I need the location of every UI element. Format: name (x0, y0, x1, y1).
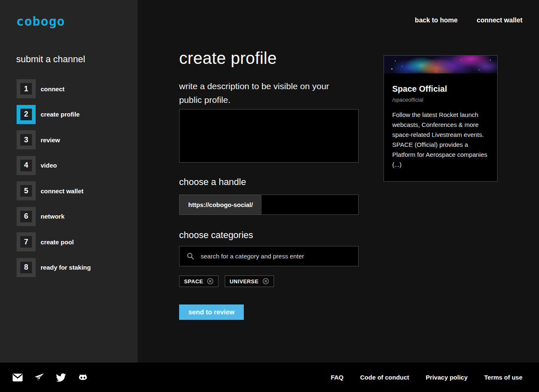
handle-url-prefix: https://cobogo-social/ (180, 195, 262, 214)
github-icon[interactable] (78, 373, 88, 382)
step-review[interactable]: 3 review (17, 130, 91, 149)
profile-description-textarea[interactable] (179, 109, 359, 163)
search-icon (186, 252, 195, 261)
send-to-review-button[interactable]: send to review (179, 304, 244, 320)
step-badge: 3 (17, 130, 36, 149)
category-chip-space: SPACE (179, 275, 219, 287)
step-ready-for-staking[interactable]: 8 ready for staking (17, 258, 91, 277)
steps-list: 1 connect 2 create profile 3 review 4 vi… (17, 79, 91, 283)
connect-wallet-link[interactable]: connect wallet (477, 17, 522, 24)
app-window: cobogo submit a channel 1 connect 2 crea… (0, 0, 539, 392)
terms-of-use-link[interactable]: Terms of use (484, 374, 522, 381)
step-label: video (41, 162, 57, 169)
cobogo-logo[interactable]: cobogo (16, 14, 65, 29)
step-number: 8 (20, 262, 32, 273)
step-create-profile[interactable]: 2 create profile (17, 105, 91, 124)
step-label: create profile (41, 111, 80, 118)
step-label: connect wallet (41, 187, 83, 195)
step-number: 3 (20, 134, 32, 146)
twitter-icon[interactable] (56, 373, 66, 382)
step-create-pool[interactable]: 7 create pool (17, 232, 91, 251)
step-badge-active: 2 (17, 105, 36, 124)
step-number: 1 (20, 83, 32, 95)
categories-heading: choose categories (179, 230, 359, 241)
channel-preview-card: Space Official /spaceofficial Follow the… (384, 55, 498, 182)
handle-input-group: https://cobogo-social/ (179, 195, 359, 215)
handle-input[interactable] (262, 195, 358, 214)
telegram-icon[interactable] (34, 373, 44, 382)
chip-label: UNIVERSE (230, 278, 259, 285)
chip-label: SPACE (184, 278, 203, 285)
remove-category-icon[interactable] (207, 278, 214, 285)
step-number: 7 (20, 236, 32, 248)
step-number: 2 (20, 109, 32, 120)
step-number: 5 (20, 185, 32, 197)
step-label: ready for staking (41, 264, 91, 271)
step-number: 4 (20, 160, 32, 171)
handle-heading: choose a handle (179, 177, 359, 187)
step-label: review (41, 136, 60, 144)
sidebar: cobogo submit a channel 1 connect 2 crea… (0, 0, 138, 363)
channel-card-body: Space Official /spaceofficial Follow the… (384, 73, 497, 181)
channel-banner-image (384, 56, 497, 73)
step-video[interactable]: 4 video (17, 156, 91, 175)
create-profile-form: create profile write a description to be… (179, 0, 359, 320)
top-nav: back to home connect wallet (415, 17, 522, 24)
page-title: create profile (179, 49, 359, 68)
step-badge: 1 (17, 79, 36, 98)
remove-category-icon[interactable] (262, 278, 269, 285)
category-chip-universe: UNIVERSE (225, 275, 274, 287)
back-to-home-link[interactable]: back to home (415, 17, 458, 24)
step-label: connect (41, 85, 65, 93)
step-badge: 5 (17, 181, 36, 200)
privacy-policy-link[interactable]: Privacy policy (426, 374, 468, 381)
footer: FAQ Code of conduct Privacy policy Terms… (0, 363, 539, 392)
description-instruction: write a description to be visible on you… (179, 79, 345, 107)
step-badge: 8 (17, 258, 36, 277)
step-number: 6 (20, 211, 32, 222)
channel-handle: /spaceofficial (392, 97, 489, 103)
email-icon[interactable] (12, 373, 23, 382)
footer-links: FAQ Code of conduct Privacy policy Terms… (331, 374, 522, 381)
category-search-input[interactable] (201, 253, 352, 260)
step-label: network (41, 213, 65, 220)
code-of-conduct-link[interactable]: Code of conduct (360, 374, 409, 381)
selected-categories: SPACE UNIVERSE (179, 275, 359, 287)
step-connect-wallet[interactable]: 5 connect wallet (17, 181, 91, 200)
category-search-box (179, 246, 359, 266)
step-badge: 6 (17, 207, 36, 226)
faq-link[interactable]: FAQ (331, 374, 344, 381)
step-network[interactable]: 6 network (17, 207, 91, 226)
step-badge: 4 (17, 156, 36, 175)
step-badge: 7 (17, 232, 36, 251)
channel-description: Follow the latest Rocket launch webcasts… (392, 110, 489, 170)
step-connect[interactable]: 1 connect (17, 79, 91, 98)
channel-title: Space Official (392, 84, 489, 94)
step-label: create pool (41, 239, 74, 246)
sidebar-title: submit a channel (16, 54, 85, 65)
social-links (12, 373, 88, 382)
